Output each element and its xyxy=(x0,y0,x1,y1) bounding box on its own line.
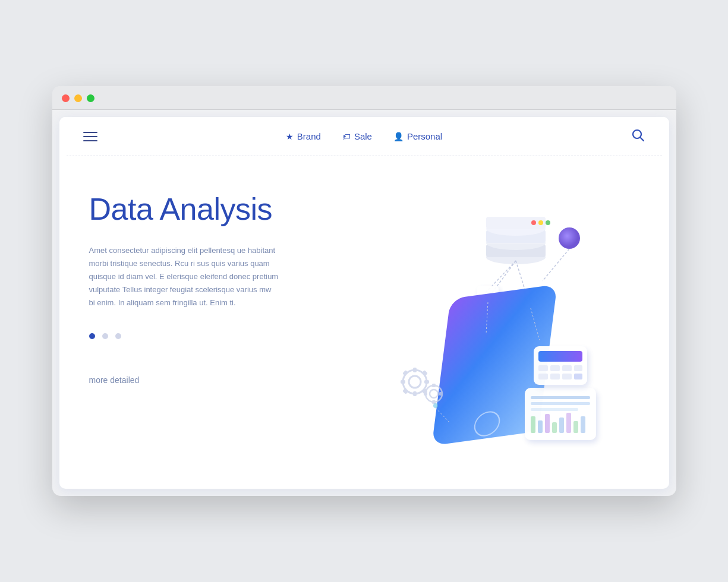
svg-rect-26 xyxy=(531,402,590,405)
svg-rect-45 xyxy=(574,374,582,379)
svg-point-47 xyxy=(409,376,421,388)
nav-sale-label: Sale xyxy=(354,131,372,141)
browser-titlebar xyxy=(52,86,676,110)
nav-brand-link[interactable]: ★ Brand xyxy=(286,131,321,141)
more-detailed-link[interactable]: more detailed xyxy=(89,375,140,385)
svg-rect-60 xyxy=(424,392,427,396)
star-icon: ★ xyxy=(286,132,294,141)
svg-rect-7 xyxy=(486,217,546,229)
hero-section: Data Analysis Amet consectetur adipiscin… xyxy=(59,156,669,489)
svg-rect-33 xyxy=(566,413,571,433)
svg-point-10 xyxy=(546,220,550,225)
svg-point-64 xyxy=(433,403,438,408)
svg-line-18 xyxy=(543,249,569,281)
nav-personal-link[interactable]: 👤 Personal xyxy=(393,131,442,141)
traffic-light-fullscreen[interactable] xyxy=(87,94,94,102)
navbar: ★ Brand 🏷 Sale 👤 Personal xyxy=(59,117,669,156)
svg-rect-52 xyxy=(402,370,408,376)
svg-rect-38 xyxy=(538,365,548,371)
svg-rect-42 xyxy=(538,374,548,379)
svg-rect-30 xyxy=(545,414,550,433)
user-icon: 👤 xyxy=(393,132,404,141)
svg-rect-44 xyxy=(562,374,572,379)
nav-center: ★ Brand 🏷 Sale 👤 Personal xyxy=(286,131,442,141)
svg-rect-43 xyxy=(550,374,560,379)
nav-sale-link[interactable]: 🏷 Sale xyxy=(342,131,372,141)
hero-title: Data Analysis xyxy=(89,192,339,227)
svg-rect-39 xyxy=(550,365,560,371)
svg-rect-35 xyxy=(581,416,585,433)
browser-window: ★ Brand 🏷 Sale 👤 Personal xyxy=(52,86,676,496)
svg-rect-54 xyxy=(402,388,408,394)
svg-rect-58 xyxy=(432,384,436,387)
svg-rect-59 xyxy=(432,400,436,404)
svg-rect-37 xyxy=(538,351,582,362)
tag-icon: 🏷 xyxy=(342,132,351,141)
traffic-light-minimize[interactable] xyxy=(74,94,82,102)
nav-personal-label: Personal xyxy=(407,131,442,141)
svg-rect-29 xyxy=(538,420,543,433)
svg-rect-49 xyxy=(413,391,417,396)
svg-line-1 xyxy=(641,138,644,141)
svg-point-17 xyxy=(559,227,580,249)
svg-rect-40 xyxy=(562,365,572,371)
svg-rect-50 xyxy=(401,380,405,384)
carousel-dot-3[interactable] xyxy=(115,333,121,339)
carousel-dot-1[interactable] xyxy=(89,333,95,339)
carousel-dot-2[interactable] xyxy=(102,333,108,339)
nav-brand-label: Brand xyxy=(297,131,321,141)
carousel-dots xyxy=(89,333,339,339)
svg-rect-48 xyxy=(413,368,417,372)
svg-rect-61 xyxy=(439,392,443,396)
svg-rect-28 xyxy=(531,416,535,433)
search-button[interactable] xyxy=(631,128,645,145)
svg-rect-53 xyxy=(422,370,428,376)
svg-rect-41 xyxy=(574,365,582,371)
hero-left: Data Analysis Amet consectetur adipiscin… xyxy=(89,180,339,385)
svg-rect-34 xyxy=(573,421,578,433)
svg-rect-31 xyxy=(552,422,557,433)
svg-point-57 xyxy=(430,390,438,398)
svg-rect-27 xyxy=(531,408,578,411)
svg-rect-25 xyxy=(531,396,590,399)
traffic-light-close[interactable] xyxy=(62,94,70,102)
svg-rect-51 xyxy=(424,380,429,384)
iso-svg xyxy=(367,186,617,459)
iso-scene xyxy=(367,186,617,459)
browser-content: ★ Brand 🏷 Sale 👤 Personal xyxy=(59,117,669,489)
svg-point-8 xyxy=(531,220,536,225)
hamburger-menu-button[interactable] xyxy=(83,132,97,141)
hero-description: Amet consectetur adipiscing elit pellent… xyxy=(89,244,279,309)
svg-rect-32 xyxy=(559,417,564,433)
hero-illustration xyxy=(339,180,645,465)
svg-point-9 xyxy=(538,220,543,225)
